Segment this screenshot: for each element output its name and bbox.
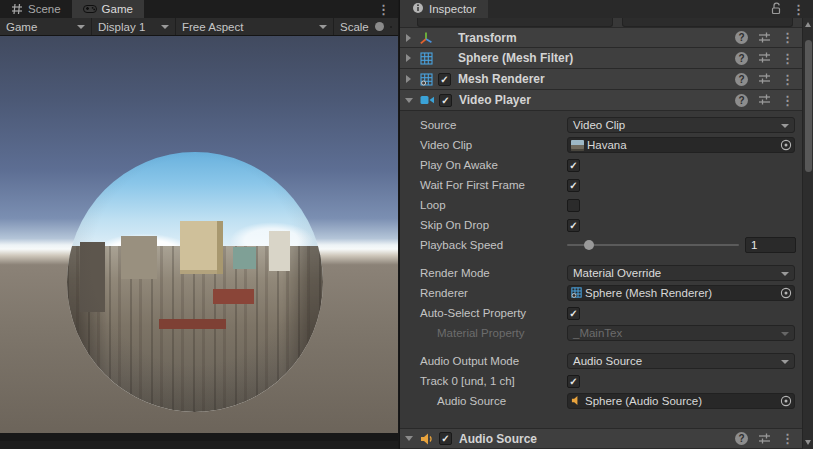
playback-speed-value-field[interactable]: 1: [745, 237, 796, 253]
chevron-down-icon: [781, 124, 789, 128]
unity-editor-window: Scene Game ⋮ Game Display 1: [0, 0, 813, 449]
property-row-source: Source Video Clip: [400, 115, 802, 135]
video-clip-thumbnail-icon: [571, 140, 584, 151]
object-field-value: Sphere (Mesh Renderer): [585, 287, 779, 299]
foldout-icon[interactable]: [406, 54, 411, 62]
more-menu-icon[interactable]: ⋮: [781, 51, 794, 66]
component-header-transform[interactable]: Transform ? ⋮: [400, 27, 802, 48]
component-title: Mesh Renderer: [458, 72, 735, 86]
presets-icon[interactable]: [758, 72, 771, 86]
help-icon[interactable]: ?: [735, 73, 748, 86]
playback-speed-slider[interactable]: [567, 237, 739, 253]
more-menu-icon[interactable]: ⋮: [781, 93, 794, 108]
property-label: Material Property: [420, 327, 567, 339]
gamepad-icon: [83, 4, 97, 14]
component-enabled-checkbox[interactable]: ✓: [439, 432, 452, 445]
component-header-mesh-filter[interactable]: Sphere (Mesh Filter) ? ⋮: [400, 48, 802, 69]
scrolled-clipped-fields: [400, 18, 802, 27]
game-camera-dropdown[interactable]: Game: [0, 18, 92, 35]
component-enabled-checkbox[interactable]: ✓: [439, 94, 452, 107]
property-label: Playback Speed: [420, 239, 567, 251]
aspect-ratio-dropdown[interactable]: Free Aspect: [176, 18, 334, 35]
clipped-field[interactable]: [622, 18, 793, 27]
inspector-tabbar: Inspector ⋮: [400, 0, 813, 18]
scale-slider-group: Scale: [334, 18, 398, 35]
audio-output-mode-dropdown[interactable]: Audio Source: [567, 353, 795, 369]
tab-scene[interactable]: Scene: [0, 0, 72, 18]
source-dropdown[interactable]: Video Clip: [567, 117, 795, 133]
mesh-renderer-icon: [418, 73, 434, 86]
inspector-panel: Inspector ⋮: [399, 0, 813, 449]
object-picker-icon[interactable]: [779, 287, 792, 299]
foldout-icon[interactable]: [406, 75, 411, 83]
inspector-menu-icon[interactable]: ⋮: [792, 2, 805, 17]
scale-label: Scale: [340, 21, 369, 33]
tab-inspector[interactable]: Inspector: [400, 0, 488, 18]
inspector-actions: ⋮: [770, 0, 813, 18]
inspector-scrollbar[interactable]: [802, 18, 813, 449]
presets-icon[interactable]: [758, 31, 771, 45]
property-row-wait-for-first-frame: Wait For First Frame ✓: [400, 175, 802, 195]
wait-for-first-frame-checkbox[interactable]: ✓: [567, 179, 580, 192]
foldout-icon[interactable]: [405, 98, 413, 103]
track0-checkbox[interactable]: ✓: [567, 375, 580, 388]
scroll-down-icon[interactable]: [805, 440, 811, 445]
object-field-value: Sphere (Audio Source): [585, 395, 779, 407]
display-dropdown[interactable]: Display 1: [92, 18, 176, 35]
component-header-video-player[interactable]: ✓ Video Player ? ⋮: [400, 90, 802, 111]
slider-knob[interactable]: [584, 240, 594, 250]
presets-icon[interactable]: [758, 432, 771, 446]
more-menu-icon[interactable]: ⋮: [781, 30, 794, 45]
scroll-up-icon[interactable]: [805, 22, 811, 27]
component-header-mesh-renderer[interactable]: ✓ Mesh Renderer ? ⋮: [400, 69, 802, 90]
renderer-object-field[interactable]: Sphere (Mesh Renderer): [567, 285, 795, 301]
video-player-body: Source Video Clip Video Clip Havana: [400, 111, 802, 411]
property-label: Loop: [420, 199, 567, 211]
skip-on-drop-checkbox[interactable]: ✓: [567, 219, 580, 232]
scale-slider-knob[interactable]: [375, 22, 384, 31]
play-on-awake-checkbox[interactable]: ✓: [567, 159, 580, 172]
video-clip-object-field[interactable]: Havana: [567, 137, 795, 153]
chevron-down-icon: [781, 360, 789, 364]
transform-icon: [418, 31, 434, 45]
chevron-down-icon: [781, 272, 789, 276]
property-row-loop: Loop: [400, 195, 802, 215]
more-menu-icon[interactable]: ⋮: [781, 431, 794, 446]
property-label: Video Clip: [420, 139, 567, 151]
lock-icon[interactable]: [770, 2, 782, 17]
chevron-down-icon: [781, 332, 789, 336]
property-label: Play On Awake: [420, 159, 567, 171]
inspector-content: Transform ? ⋮: [400, 18, 802, 449]
property-label: Auto-Select Property: [420, 307, 567, 319]
havana-video-sphere: [67, 152, 323, 412]
help-icon[interactable]: ?: [735, 31, 748, 44]
help-icon[interactable]: ?: [735, 94, 748, 107]
presets-icon[interactable]: [758, 93, 771, 107]
more-menu-icon[interactable]: ⋮: [781, 72, 794, 87]
display-dropdown-label: Display 1: [98, 21, 145, 33]
property-label: Source: [420, 119, 567, 131]
presets-icon[interactable]: [758, 51, 771, 65]
component-enabled-checkbox[interactable]: ✓: [438, 73, 451, 86]
object-picker-icon[interactable]: [779, 139, 792, 151]
property-row-track0: Track 0 [und, 1 ch] ✓: [400, 371, 802, 391]
loop-checkbox[interactable]: [567, 199, 580, 212]
game-viewport[interactable]: [0, 36, 398, 441]
property-label: Audio Source: [420, 395, 567, 407]
tab-scene-label: Scene: [28, 3, 61, 15]
component-header-audio-source[interactable]: ✓ Audio Source ? ⋮: [400, 428, 802, 449]
scale-slider-track[interactable]: [390, 26, 392, 28]
foldout-icon[interactable]: [406, 34, 411, 42]
render-mode-dropdown[interactable]: Material Override: [567, 265, 795, 281]
help-icon[interactable]: ?: [735, 52, 748, 65]
object-picker-icon[interactable]: [779, 395, 792, 407]
audio-source-object-field[interactable]: Sphere (Audio Source): [567, 393, 795, 409]
game-panel-menu-icon[interactable]: ⋮: [369, 0, 398, 18]
auto-select-property-checkbox[interactable]: ✓: [567, 307, 580, 320]
scrollbar-thumb[interactable]: [805, 40, 812, 172]
property-label: Wait For First Frame: [420, 179, 567, 191]
help-icon[interactable]: ?: [735, 432, 748, 445]
tab-game[interactable]: Game: [72, 0, 144, 18]
clipped-field[interactable]: [417, 18, 613, 27]
foldout-icon[interactable]: [405, 436, 413, 441]
